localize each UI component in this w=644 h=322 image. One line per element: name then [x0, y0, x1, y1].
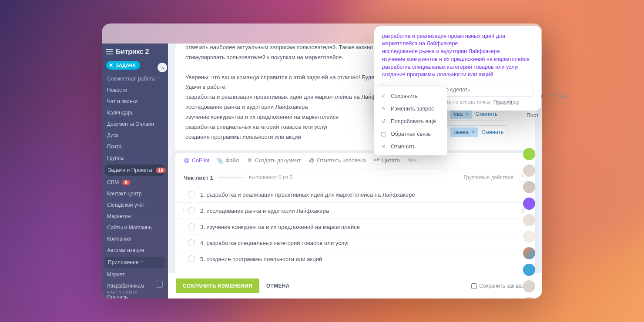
at-icon: @ [309, 158, 315, 164]
avatar[interactable] [523, 264, 535, 276]
sparkle-icon [184, 158, 190, 164]
sidebar-item-calendar[interactable]: Календарь [102, 107, 168, 118]
checkbox[interactable] [188, 223, 195, 230]
crm-badge: 8 [122, 180, 130, 185]
svg-point-0 [184, 158, 189, 163]
toolbar-quote[interactable]: ❝❞ Цитата [374, 158, 400, 164]
editor-toolbar: CoPilot 📎 Файл 🗎 Создать документ @ [175, 153, 535, 168]
quote-icon: ❝❞ [374, 158, 380, 164]
user-chip[interactable]: льева× [450, 127, 478, 137]
svg-point-1 [186, 160, 188, 162]
creator-field[interactable]: льева× Сменить [446, 125, 507, 139]
save-template-checkbox[interactable] [471, 283, 477, 289]
checklist-progress: выполнено: 0 из 5 [249, 174, 292, 181]
sidebar-item-groups[interactable]: Группы [102, 152, 168, 164]
toolbar-checklist-cut[interactable]: Чек- [408, 158, 419, 164]
assignee-fields: ева× Сменить льева× Сменить [446, 107, 507, 139]
save-button[interactable]: СОХРАНИТЬ ИЗМЕНЕНИЯ [176, 278, 259, 293]
avatar[interactable] [523, 181, 535, 193]
ctx-cancel[interactable]: ✕Отменить [374, 140, 447, 153]
pencil-icon: ✎ [380, 105, 386, 112]
tasks-badge: 19 [156, 168, 166, 173]
sidebar-item-market[interactable]: Маркет [102, 269, 168, 280]
checkbox[interactable] [188, 255, 195, 262]
sidebar-item-mail[interactable]: Почта [102, 141, 168, 152]
change-link[interactable]: Сменить [476, 111, 498, 117]
bottom-bar: СОХРАНИТЬ ИЗМЕНЕНИЯ ОТМЕНА Сохранить как… [168, 273, 542, 299]
checklist-item[interactable]: ⋮⋮ 2. исследование рынка и аудитории Лай… [175, 203, 535, 219]
participants-rail [523, 148, 535, 299]
document-icon: 🗎 [247, 158, 253, 164]
checklist-item[interactable]: ⋮⋮ 5. создание программы лояльности или … [175, 251, 535, 267]
sidebar-item-crm[interactable]: CRM8 [102, 177, 168, 188]
group-actions-link[interactable]: Групповые действия [464, 174, 514, 181]
sidebar-item-docs[interactable]: Документы Онлайн [102, 118, 168, 130]
avatar[interactable] [523, 164, 535, 177]
avatar[interactable] [523, 297, 535, 299]
paperclip-icon: 📎 [217, 158, 223, 164]
chevron-up-icon: ⌃ [140, 260, 144, 265]
sidebar-item-sites[interactable]: Сайты и Магазины [102, 222, 168, 233]
ctx-retry[interactable]: ↺Попробовать ещё [374, 115, 447, 127]
drag-icon[interactable]: ⋮⋮ [181, 208, 186, 214]
sidebar-item-apps[interactable]: Приложения⌃ [104, 257, 165, 268]
checklist-item[interactable]: ⋮⋮ 3. изучение конкурентов и их предложе… [175, 219, 535, 235]
checklist-progress-bar [218, 177, 245, 178]
sidebar-help[interactable]: ПОМОЩЬ [107, 284, 163, 288]
sidebar-item-contact[interactable]: Контакт-центр [102, 188, 168, 199]
cube-icon[interactable] [156, 281, 163, 288]
copilot-context-menu: ✓Сохранить ✎Изменить запрос ↺Попробовать… [374, 87, 447, 155]
avatar[interactable] [523, 231, 535, 243]
task-chip[interactable]: ✕ ЗАДАЧА [106, 61, 140, 70]
avatar[interactable] [523, 198, 535, 210]
ctx-edit[interactable]: ✎Изменить запрос [374, 102, 447, 115]
avatar[interactable] [523, 280, 535, 292]
checklist-card: CoPilot 📎 Файл 🗎 Создать документ @ [175, 153, 535, 273]
sidebar-item-news[interactable]: Новости [102, 84, 168, 96]
sidebar-item-company[interactable]: Компания [102, 233, 168, 245]
chat-icon: ▢ [380, 131, 386, 137]
expand-icon[interactable]: ↘ [158, 63, 167, 72]
check-icon: ✓ [380, 93, 386, 99]
cancel-button[interactable]: ОТМЕНА [266, 283, 290, 289]
more-link[interactable]: Подробнее [493, 99, 520, 104]
toolbar-file[interactable]: 📎 Файл [217, 158, 239, 164]
checkbox[interactable] [188, 191, 195, 198]
undo-icon: ↺ [380, 118, 386, 124]
chevron-up-icon: ⌃ [157, 77, 160, 81]
checkbox[interactable] [188, 239, 195, 246]
close-icon: ✕ [380, 143, 386, 150]
change-link[interactable]: Сменить [482, 129, 504, 135]
toolbar-mention[interactable]: @ Отметить человека [309, 158, 366, 164]
close-icon[interactable]: ✕ [109, 62, 113, 68]
menu-icon[interactable] [106, 49, 113, 54]
sidebar-item-chat[interactable]: Чат и звонки [102, 96, 168, 107]
checkbox[interactable] [188, 207, 195, 214]
checklist-title[interactable]: Чек-лист 1 [184, 174, 213, 181]
app-brand: Битрикс 2 [116, 48, 149, 56]
sidebar-item-marketing[interactable]: Маркетинг [102, 211, 168, 222]
avatar[interactable] [523, 247, 535, 259]
sidebar-item-disk[interactable]: Диск [102, 130, 168, 141]
ctx-save[interactable]: ✓Сохранить [374, 90, 447, 102]
checklist-item[interactable]: ⋮⋮ 4. разработка специальных категорий т… [175, 235, 535, 251]
sidebar-sitemap[interactable]: КАРТА САЙТА [107, 290, 163, 295]
sidebar-item-warehouse[interactable]: Складской учёт [102, 199, 168, 211]
ctx-feedback[interactable]: ▢Обратная связь [374, 127, 447, 140]
toolbar-copilot[interactable]: CoPilot [184, 158, 209, 164]
avatar[interactable] [523, 148, 535, 160]
setter-label: Пост [527, 112, 539, 118]
generated-lines: разработка и реализация проактивных идей… [382, 33, 533, 78]
sidebar-item-tasks[interactable]: Задачи и Проекты19 [104, 164, 165, 176]
sidebar: Битрикс 2 ✕ ЗАДАЧА ↘ Совместная работа ⌃… [102, 44, 168, 299]
toolbar-create-doc[interactable]: 🗎 Создать документ [247, 158, 301, 164]
user-chip[interactable]: ева× [450, 109, 472, 119]
remove-icon[interactable]: × [471, 129, 474, 135]
quote-icon: ❝❞ [550, 93, 556, 99]
sidebar-item-automation[interactable]: Автоматизация [102, 245, 168, 256]
checklist-item[interactable]: ⋮⋮ 1. разработка и реализация проактивны… [175, 187, 535, 203]
remove-icon[interactable]: × [465, 111, 468, 117]
avatar[interactable] [523, 214, 535, 226]
sidebar-section-collab[interactable]: Совместная работа ⌃ [102, 73, 168, 84]
